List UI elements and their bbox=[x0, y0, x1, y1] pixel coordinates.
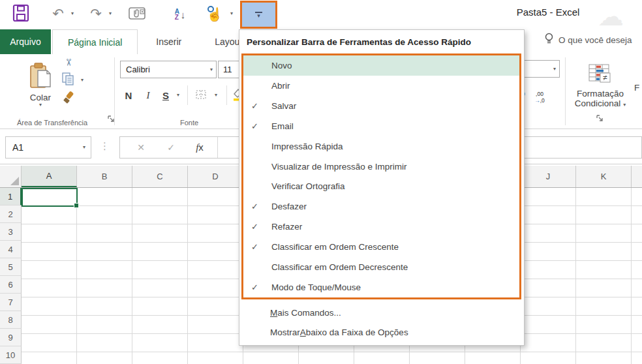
menu-footer-item[interactable]: Mostrar Abaixo da Faixa de Opções bbox=[241, 322, 521, 342]
menu-item[interactable]: Novo bbox=[243, 55, 519, 76]
menu-item[interactable]: Classificar em Ordem Decrescente bbox=[243, 257, 519, 277]
menu-item-label: Desfazer bbox=[271, 202, 307, 211]
cancel-button[interactable]: ✕ bbox=[128, 137, 154, 158]
insert-function-button[interactable]: fx bbox=[187, 137, 213, 158]
chevron-down-icon: ▾ bbox=[623, 102, 626, 108]
borders-dropdown[interactable]: ▾ bbox=[211, 91, 221, 100]
row-header[interactable]: 7 bbox=[0, 294, 22, 311]
row-header-column: 1 2 3 4 5 6 7 8 9 10 bbox=[0, 188, 22, 364]
menu-item-label: Novo bbox=[271, 61, 292, 70]
column-header[interactable]: B bbox=[77, 166, 132, 187]
row-header-label: 1 bbox=[8, 192, 12, 202]
decrease-decimal-icon: ,00 bbox=[536, 91, 543, 97]
menu-footer-item[interactable]: Mais Comandos... bbox=[241, 303, 521, 322]
column-header[interactable]: A bbox=[22, 166, 77, 187]
menu-item[interactable]: Impressão Rápida bbox=[243, 136, 519, 157]
undo-dropdown[interactable]: ▾ bbox=[68, 9, 77, 18]
copy-dropdown[interactable]: ▾ bbox=[78, 76, 86, 84]
decrease-decimal-button[interactable]: ,00 →,0 bbox=[530, 89, 549, 106]
row-header[interactable]: 9 bbox=[0, 329, 22, 346]
copy-icon bbox=[62, 72, 75, 88]
select-all-button[interactable] bbox=[0, 166, 22, 187]
undo-icon: ↶ bbox=[52, 7, 64, 20]
row-header-label: 8 bbox=[8, 315, 12, 325]
underline-dropdown[interactable]: ▾ bbox=[174, 91, 183, 100]
menu-item[interactable]: Abrir bbox=[243, 76, 519, 96]
italic-button[interactable]: I bbox=[140, 87, 157, 104]
name-box-value: A1 bbox=[12, 142, 23, 153]
menu-item-label: Impressão Rápida bbox=[271, 142, 343, 151]
menu-item[interactable]: Refazer bbox=[243, 217, 519, 237]
email-icon bbox=[128, 5, 147, 24]
chevron-down-icon: ▾ bbox=[215, 93, 217, 98]
tell-me-box[interactable]: O que você deseja bbox=[544, 33, 632, 47]
row-header[interactable]: 1 bbox=[0, 188, 22, 205]
menu-items-highlight-box: Novo Abrir Salvar Email Impressão Rápida… bbox=[241, 53, 521, 299]
check-icon bbox=[251, 101, 271, 111]
format-painter-brush-icon bbox=[61, 91, 76, 107]
cut-button[interactable]: ✂ bbox=[60, 55, 77, 70]
ribbon-tab[interactable]: Arquivo bbox=[0, 29, 51, 54]
menu-item-label: Visualizar de Impressão e Imprimir bbox=[271, 162, 407, 172]
menu-item[interactable]: Email bbox=[243, 116, 519, 136]
row-header[interactable]: 10 bbox=[0, 346, 22, 364]
fill-handle[interactable] bbox=[74, 203, 79, 208]
italic-label: I bbox=[147, 90, 150, 101]
touch-mode-dropdown[interactable]: ▾ bbox=[227, 9, 236, 18]
bold-button[interactable]: N bbox=[120, 87, 137, 104]
row-header[interactable]: 2 bbox=[0, 205, 22, 223]
select-all-triangle-icon bbox=[10, 177, 19, 185]
menu-item[interactable]: Modo de Toque/Mouse bbox=[243, 277, 519, 297]
menu-item[interactable]: Salvar bbox=[243, 96, 519, 116]
ribbon-tab[interactable]: Página Inicial bbox=[52, 29, 138, 54]
underline-button[interactable]: S bbox=[158, 87, 174, 104]
row-header[interactable]: 4 bbox=[0, 241, 22, 258]
row-header[interactable]: 3 bbox=[0, 223, 22, 241]
enter-button[interactable]: ✓ bbox=[158, 137, 184, 158]
selected-cell-a1[interactable] bbox=[22, 188, 78, 207]
row-header-label: 4 bbox=[8, 245, 12, 254]
paste-clipboard-icon bbox=[29, 62, 52, 93]
ribbon-tab[interactable]: Inserir bbox=[141, 29, 196, 54]
row-header[interactable]: 6 bbox=[0, 276, 22, 294]
menu-item[interactable]: Visualizar de Impressão e Imprimir bbox=[243, 157, 519, 177]
conditional-formatting-label-2: Condicional bbox=[575, 99, 621, 108]
font-name-combo[interactable]: Calibri ▾ bbox=[120, 61, 217, 78]
undo-button[interactable]: ↶ bbox=[50, 5, 67, 22]
redo-button[interactable]: ↷ bbox=[87, 5, 104, 22]
format-painter-button[interactable] bbox=[60, 90, 77, 107]
sort-ascending-button[interactable]: A Z ↓ bbox=[168, 5, 192, 24]
row-header-label: 9 bbox=[8, 333, 12, 342]
arrow-down-icon: ↓ bbox=[181, 9, 186, 20]
borders-button[interactable] bbox=[192, 87, 209, 104]
clipped-next-group-label: F bbox=[634, 83, 642, 93]
font-size-combo[interactable]: 11 bbox=[218, 61, 241, 78]
formula-bar-handle[interactable]: ⋮ bbox=[100, 140, 110, 152]
redo-dropdown[interactable]: ▾ bbox=[106, 9, 115, 18]
column-header[interactable]: D bbox=[188, 166, 243, 187]
menu-item-label: Classificar em Ordem Crescente bbox=[271, 242, 399, 252]
customize-quick-access-toolbar-button[interactable]: ▾ bbox=[240, 1, 277, 29]
menu-item[interactable]: Classificar em Ordem Crescente bbox=[243, 237, 519, 257]
copy-button[interactable] bbox=[60, 72, 77, 88]
paste-label: Colar bbox=[30, 93, 51, 102]
menu-title: Personalizar Barra de Ferramentas de Ace… bbox=[239, 30, 524, 54]
column-header[interactable]: C bbox=[132, 166, 188, 187]
paste-button[interactable]: Colar ▾ bbox=[22, 56, 59, 114]
conditional-formatting-label-1: Formatação bbox=[577, 89, 624, 99]
conditional-formatting-button[interactable]: ≠ Formatação Condicional ▾ bbox=[568, 54, 633, 117]
conditional-formatting-icon: ≠ bbox=[587, 63, 613, 89]
row-header[interactable]: 8 bbox=[0, 311, 22, 329]
save-button[interactable] bbox=[10, 4, 31, 25]
email-button[interactable] bbox=[127, 5, 149, 24]
excel-window: ↶ ▾ ↷ ▾ A Z ↓ bbox=[0, 0, 642, 364]
menu-item[interactable]: Verificar Ortografia bbox=[243, 177, 519, 197]
row-header[interactable]: 5 bbox=[0, 258, 22, 276]
column-header[interactable]: K bbox=[576, 166, 632, 187]
column-header[interactable]: J bbox=[521, 166, 576, 187]
touch-mouse-mode-button[interactable]: ☝ bbox=[205, 4, 224, 25]
menu-item[interactable]: Desfazer bbox=[243, 196, 519, 217]
check-icon bbox=[251, 222, 271, 232]
name-box[interactable]: A1 ▾ bbox=[5, 136, 91, 159]
tab-label: Página Inicial bbox=[68, 37, 122, 48]
